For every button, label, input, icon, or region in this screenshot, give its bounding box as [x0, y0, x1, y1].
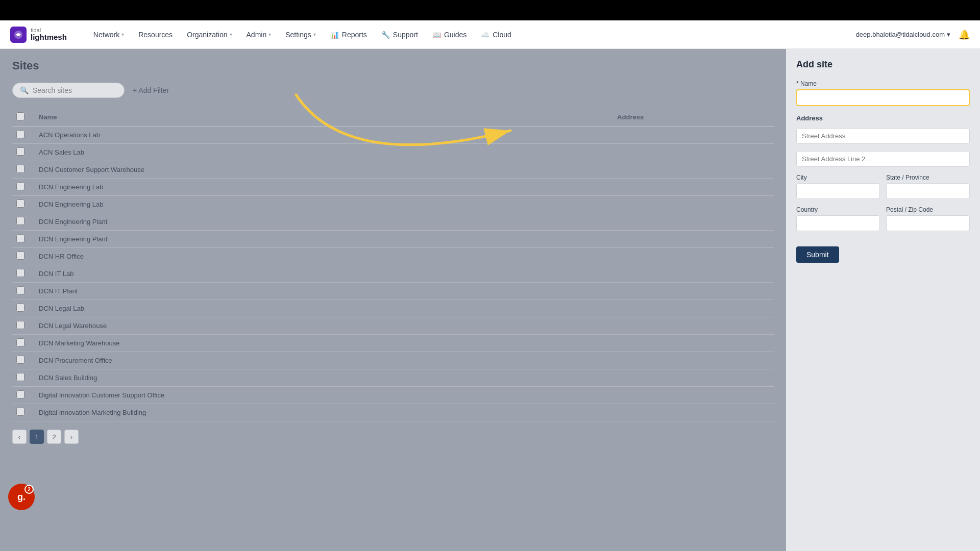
row-checkbox[interactable]	[16, 390, 24, 398]
row-checkbox[interactable]	[16, 304, 24, 312]
chevron-down-icon: ▾	[268, 32, 271, 37]
city-label: City	[796, 174, 880, 181]
submit-button[interactable]: Submit	[796, 246, 839, 263]
row-name-cell: DCN Legal Lab	[33, 300, 611, 317]
row-checkbox-cell	[12, 213, 33, 231]
page-1-button[interactable]: 1	[30, 430, 44, 444]
nav-item-admin[interactable]: Admin ▾	[240, 28, 278, 42]
row-checkbox[interactable]	[16, 338, 24, 346]
nav-cloud-label: Cloud	[493, 31, 511, 39]
row-checkbox[interactable]	[16, 130, 24, 138]
main-wrapper: Sites 🔍 + Add Filter Name ⇅	[0, 49, 980, 551]
street-address-2-input[interactable]	[796, 151, 970, 167]
bell-icon[interactable]: 🔔	[959, 29, 970, 40]
nav-right: deep.bhalotia@tidalcloud.com ▾ 🔔	[856, 29, 970, 40]
name-sort: Name ⇅	[39, 113, 63, 121]
nav-item-reports[interactable]: 📊 Reports	[324, 28, 373, 42]
chart-icon: 📊	[330, 31, 339, 39]
address-section-title: Address	[796, 114, 970, 122]
nav-item-cloud[interactable]: ☁️ Cloud	[475, 28, 518, 42]
row-checkbox[interactable]	[16, 286, 24, 294]
table-row: DCN Engineering Plant	[12, 231, 774, 248]
row-checkbox[interactable]	[16, 321, 24, 329]
logo[interactable]: tidal lightmesh	[10, 27, 67, 43]
row-name-cell: ACN Sales Lab	[33, 144, 611, 161]
row-checkbox[interactable]	[16, 217, 24, 225]
nav-resources-label: Resources	[138, 31, 173, 39]
pagination: ‹ 1 2 ›	[12, 421, 774, 452]
prev-page-button[interactable]: ‹	[12, 430, 27, 444]
row-checkbox[interactable]	[16, 147, 24, 156]
row-address-cell	[611, 127, 774, 144]
row-checkbox-cell	[12, 248, 33, 265]
street-address-group	[796, 128, 970, 144]
site-name-input[interactable]	[796, 89, 970, 106]
next-page-button[interactable]: ›	[64, 430, 79, 444]
nav-item-resources[interactable]: Resources	[132, 28, 179, 42]
left-panel: Sites 🔍 + Add Filter Name ⇅	[0, 49, 786, 551]
row-checkbox[interactable]	[16, 269, 24, 277]
row-checkbox[interactable]	[16, 165, 24, 173]
row-address-cell	[611, 248, 774, 265]
row-checkbox[interactable]	[16, 234, 24, 242]
nav-item-network[interactable]: Network ▾	[87, 28, 130, 42]
row-checkbox[interactable]	[16, 182, 24, 190]
table-row: DCN Legal Warehouse	[12, 317, 774, 335]
nav-settings-label: Settings	[285, 31, 311, 39]
row-address-cell	[611, 179, 774, 196]
chevron-down-icon: ▾	[121, 32, 124, 37]
add-site-title: Add site	[796, 59, 970, 70]
state-input[interactable]	[886, 183, 970, 199]
row-checkbox-cell	[12, 317, 33, 335]
row-checkbox-cell	[12, 300, 33, 317]
page-2-button[interactable]: 2	[47, 430, 61, 444]
nav-organization-label: Organization	[187, 31, 227, 39]
nav-item-settings[interactable]: Settings ▾	[279, 28, 322, 42]
row-name-cell: DCN Engineering Lab	[33, 179, 611, 196]
row-checkbox[interactable]	[16, 252, 24, 260]
table-row: DCN IT Lab	[12, 265, 774, 283]
row-address-cell	[611, 161, 774, 179]
street-address-input[interactable]	[796, 128, 970, 144]
row-checkbox[interactable]	[16, 199, 24, 208]
g2-badge[interactable]: g. 2	[8, 484, 35, 510]
name-label: * Name	[796, 80, 970, 87]
row-checkbox-cell	[12, 196, 33, 213]
state-group: State / Province	[886, 174, 970, 199]
row-checkbox-cell	[12, 179, 33, 196]
row-checkbox-cell	[12, 387, 33, 404]
row-checkbox[interactable]	[16, 356, 24, 364]
navbar: tidal lightmesh Network ▾ Resources Orga…	[0, 20, 980, 49]
postal-input[interactable]	[886, 215, 970, 231]
row-address-cell	[611, 352, 774, 369]
search-input[interactable]	[33, 86, 117, 94]
nav-item-guides[interactable]: 📖 Guides	[426, 28, 473, 42]
address-column-header: Address	[611, 108, 774, 127]
nav-admin-label: Admin	[247, 31, 267, 39]
street-address-2-group	[796, 151, 970, 167]
nav-item-support[interactable]: 🔧 Support	[375, 28, 424, 42]
name-column-header[interactable]: Name ⇅	[33, 108, 611, 127]
row-name-cell: DCN IT Plant	[33, 283, 611, 300]
row-checkbox[interactable]	[16, 373, 24, 381]
table-row: Digital Innovation Customer Support Offi…	[12, 387, 774, 404]
row-name-cell: Digital Innovation Customer Support Offi…	[33, 387, 611, 404]
country-group: Country	[796, 206, 880, 231]
g2-badge-count: 2	[24, 485, 34, 494]
g2-letter: g.	[17, 492, 26, 503]
chevron-down-icon: ▾	[230, 32, 232, 37]
row-checkbox[interactable]	[16, 408, 24, 416]
country-postal-row: Country Postal / Zip Code	[796, 206, 970, 238]
row-address-cell	[611, 283, 774, 300]
row-address-cell	[611, 144, 774, 161]
add-filter-button[interactable]: + Add Filter	[133, 86, 169, 94]
city-input[interactable]	[796, 183, 880, 199]
row-address-cell	[611, 387, 774, 404]
nav-item-organization[interactable]: Organization ▾	[181, 28, 238, 42]
state-label: State / Province	[886, 174, 970, 181]
select-all-checkbox[interactable]	[16, 112, 24, 120]
nav-user[interactable]: deep.bhalotia@tidalcloud.com ▾	[856, 31, 950, 38]
table-row: DCN IT Plant	[12, 283, 774, 300]
logo-lightmesh-text: lightmesh	[31, 33, 67, 42]
country-input[interactable]	[796, 215, 880, 231]
